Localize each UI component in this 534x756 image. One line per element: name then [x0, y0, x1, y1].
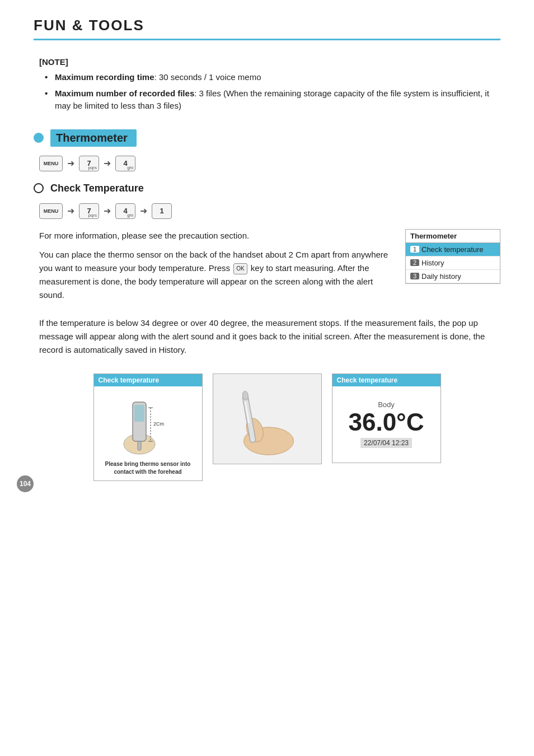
- nav-box-7: 7 pqrs: [79, 156, 99, 171]
- note-title: [NOTE]: [39, 57, 500, 67]
- page-header: FUN & TOOLS: [34, 17, 500, 40]
- screenshot-3: Check temperature Body 36.0°C 22/07/04 1…: [332, 374, 441, 463]
- thermometer-title: Thermometer: [50, 129, 137, 147]
- check-temp-title: Check Temperature: [50, 183, 144, 194]
- thermometer-bullet: [34, 133, 44, 143]
- screenshot-3-body: Body 36.0°C 22/07/04 12:23: [332, 386, 441, 463]
- nav-1-label: 1: [160, 207, 163, 215]
- note-item-1-text: : 30 seconds / 1 voice memo: [154, 72, 261, 82]
- sidebar-item-label-2: History: [421, 259, 444, 267]
- nav-menu2-label: MENU: [44, 208, 59, 214]
- screenshot-3-header: Check temperature: [332, 374, 441, 386]
- note-list: Maximum recording time: 30 seconds / 1 v…: [39, 71, 500, 113]
- check-temp-heading: Check Temperature: [34, 183, 500, 194]
- nav-menu-label: MENU: [44, 161, 59, 166]
- nav-arrow-3: ➜: [67, 206, 74, 216]
- temp-display: Body 36.0°C 22/07/04 12:23: [343, 395, 429, 454]
- note-item-2-label: Maximum number of recorded files: [55, 88, 194, 98]
- nav-box-1: 1: [152, 203, 172, 219]
- sidebar-item-label-3: Daily history: [421, 272, 461, 281]
- sidebar-menu: Thermometer 1 Check temperature 2 Histor…: [405, 229, 500, 284]
- note-item-1-label: Maximum recording time: [55, 72, 154, 82]
- screenshot-1-header: Check temperature: [94, 374, 202, 386]
- content-with-sidebar: For more information, please see the pre…: [34, 229, 500, 307]
- sidebar-item-label-1: Check temperature: [421, 245, 484, 254]
- nav-arrow-1: ➜: [67, 158, 74, 169]
- page: FUN & TOOLS [NOTE] Maximum recording tim…: [0, 0, 534, 503]
- page-title: FUN & TOOLS: [34, 17, 500, 34]
- nav-box-4: 4 ghi: [115, 156, 135, 171]
- ok-key-icon: OK: [233, 263, 247, 274]
- temp-value: 36.0°C: [348, 409, 424, 436]
- screenshot-1: Check temperature 2Cm: [93, 374, 203, 481]
- nav-arrow-2: ➜: [104, 158, 111, 169]
- svg-rect-3: [138, 441, 141, 450]
- nav-box-42: 4 ghi: [115, 203, 135, 219]
- check-temp-bullet: [34, 183, 44, 193]
- please-bring-text: Please bring thermo sensor into contact …: [99, 460, 198, 476]
- svg-rect-2: [134, 405, 144, 422]
- sidebar-item-num-3: 3: [410, 273, 419, 279]
- nav-7-sub: pqrs: [88, 165, 97, 170]
- svg-text:2Cm: 2Cm: [153, 421, 164, 427]
- body-text-3: If the temperature is below 34 degree or…: [39, 316, 500, 357]
- sensor-pen-graphic: [213, 374, 321, 464]
- sidebar-menu-item-1[interactable]: 1 Check temperature: [406, 243, 500, 256]
- nav-box-menu: MENU: [39, 156, 63, 171]
- nav-42-sub: ghi: [127, 213, 133, 218]
- nav-arrow-4: ➜: [104, 206, 111, 216]
- sidebar-item-num-2: 2: [410, 259, 419, 266]
- sidebar-menu-item-3[interactable]: 3 Daily history: [406, 270, 500, 283]
- nav-box-72: 7 pqrs: [79, 203, 99, 219]
- thermometer-nav-steps: MENU ➜ 7 pqrs ➜ 4 ghi: [39, 156, 500, 171]
- device-sensor-graphic: 2Cm: [117, 391, 179, 458]
- page-number: 104: [17, 475, 34, 492]
- main-content: For more information, please see the pre…: [34, 229, 394, 307]
- note-item-2: Maximum number of recorded files: 3 file…: [45, 87, 500, 113]
- thermometer-heading: Thermometer: [34, 129, 500, 147]
- body-text-2: You can place the thermo sensor on the b…: [39, 248, 394, 302]
- sidebar-menu-item-2[interactable]: 2 History: [406, 256, 500, 270]
- screenshots-row: Check temperature 2Cm: [34, 374, 500, 481]
- body-text-1: For more information, please see the pre…: [39, 229, 394, 242]
- sidebar-item-num-1: 1: [410, 246, 419, 253]
- note-section: [NOTE] Maximum recording time: 30 second…: [34, 57, 500, 113]
- screenshot-1-body: 2Cm Please bring thermo sensor into cont…: [94, 386, 202, 480]
- nav-box-menu2: MENU: [39, 203, 63, 219]
- sidebar-menu-header: Thermometer: [406, 230, 500, 243]
- nav-arrow-5: ➜: [140, 206, 147, 216]
- check-temp-nav-steps: MENU ➜ 7 pqrs ➜ 4 ghi ➜ 1: [39, 203, 500, 219]
- nav-4-sub: ghi: [127, 165, 133, 170]
- temp-timestamp: 22/07/04 12:23: [360, 438, 412, 448]
- nav-72-sub: pqrs: [88, 213, 97, 218]
- screenshot-2: [213, 374, 322, 464]
- temp-label: Body: [378, 400, 395, 409]
- note-item-1: Maximum recording time: 30 seconds / 1 v…: [45, 71, 500, 84]
